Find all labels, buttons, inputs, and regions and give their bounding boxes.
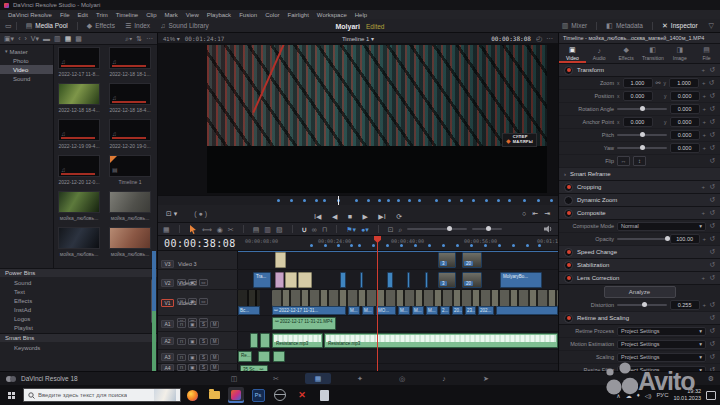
trim-edit-icon[interactable]: ⟺ <box>202 226 212 233</box>
analyze-button[interactable]: Analyze <box>604 286 676 298</box>
cropping-toggle[interactable] <box>564 183 573 192</box>
custom-zoom-icon[interactable]: ⊡ <box>388 226 394 233</box>
timeline-playhead[interactable] <box>377 236 378 371</box>
audio-clip[interactable] <box>260 333 270 348</box>
menu-clip[interactable]: Clip <box>142 12 160 18</box>
timeline-clip[interactable] <box>387 272 393 288</box>
page-deliver[interactable]: ➤ <box>473 373 499 384</box>
inspector-button[interactable]: ✕Inspector <box>657 19 703 33</box>
reset-icon[interactable]: ↺ <box>709 183 715 191</box>
zoom-y-field[interactable]: 1.000 <box>669 78 699 88</box>
tab-file[interactable]: ▤File <box>693 44 720 63</box>
bin-video[interactable]: Video <box>0 65 53 74</box>
audio-segment[interactable]: М... <box>412 306 424 315</box>
tab-audio[interactable]: ♪Audio <box>586 44 613 63</box>
keyframe-icon[interactable]: + <box>703 93 707 99</box>
viewer-options-icon[interactable]: ⋯ <box>546 35 553 42</box>
audio-segment[interactable]: Вс... <box>238 306 260 315</box>
media-clip[interactable]: мойка_любовь... <box>107 191 153 221</box>
composite-toggle[interactable] <box>564 209 573 218</box>
marker-icon[interactable]: ●▾ <box>361 226 369 233</box>
media-clip[interactable]: ♫2022-12-18 18-1... <box>107 47 153 77</box>
retime-toggle[interactable] <box>564 314 573 323</box>
lock-icon[interactable]: ⊓ <box>177 354 186 361</box>
go-to-end-button[interactable]: ▶Ⅰ <box>378 213 385 220</box>
reset-icon[interactable]: ↺ <box>709 261 715 269</box>
timeline-clip[interactable]: 3 <box>438 252 456 268</box>
position-y-field[interactable]: 0.000 <box>670 91 700 101</box>
media-clip[interactable]: ♫2022-12-19 09-4... <box>56 119 102 149</box>
audio-clip[interactable]: ⚯ 2022-12-17 11-31-21.MP4 <box>272 317 336 330</box>
media-clip[interactable]: мойка_любовь... <box>56 191 102 221</box>
audio-segment[interactable]: МО... <box>376 306 396 315</box>
out-point-icon[interactable]: ⇥ <box>544 210 550 218</box>
solo-button[interactable]: S <box>199 321 208 328</box>
snapping-magnet-icon[interactable]: ∪ <box>302 226 307 233</box>
keyframe-icon[interactable]: + <box>702 275 706 281</box>
reset-icon[interactable]: ↺ <box>709 327 715 335</box>
reset-icon[interactable]: ↺ <box>709 66 715 74</box>
timeline-clip[interactable]: 20 <box>462 252 482 268</box>
timeline-ruler[interactable]: 00:00:08:00 00:00:24:00 00:00:40:00 00:0… <box>238 236 558 251</box>
audio-segment[interactable]: 20... <box>452 306 463 315</box>
reset-icon[interactable]: ↺ <box>709 79 715 87</box>
keyframe-icon[interactable]: + <box>703 236 707 242</box>
lens-correction-toggle[interactable] <box>564 274 573 283</box>
keyframe-icon[interactable]: + <box>703 132 707 138</box>
composite-mode-select[interactable]: Normal▾ <box>617 222 706 231</box>
overwrite-clip-icon[interactable]: ▥ <box>264 226 271 233</box>
keyframe-icon[interactable]: + <box>702 67 706 73</box>
auto-select-icon[interactable]: ▣ <box>188 364 197 371</box>
position-lock-icon[interactable]: ⊓ <box>322 226 327 233</box>
full-extent-zoom-icon[interactable]: ⌕ <box>399 226 403 233</box>
bin-photo[interactable]: Photo <box>0 56 53 65</box>
audio-segment[interactable]: М... <box>348 306 360 315</box>
retime-process-select[interactable]: Project Settings▾ <box>617 327 706 336</box>
menu-edit[interactable]: Edit <box>74 12 92 18</box>
timeline-clip[interactable] <box>275 252 286 268</box>
track-header-v3[interactable]: V3Video 3 ⊓▣▭ <box>158 251 238 270</box>
taskbar-davinci-icon[interactable] <box>228 387 244 403</box>
media-pool-button[interactable]: ▤Media Pool <box>21 19 73 33</box>
lock-icon[interactable]: ⊓ <box>177 321 186 328</box>
opacity-slider[interactable] <box>617 238 667 240</box>
menu-view[interactable]: View <box>182 12 203 18</box>
media-clip[interactable]: ♫2022-12-20 19-0... <box>107 119 153 149</box>
audio-clip[interactable] <box>250 333 258 348</box>
timeline-clip[interactable] <box>407 272 410 288</box>
selection-tool-icon[interactable] <box>189 225 197 234</box>
distortion-slider[interactable] <box>617 304 667 306</box>
section-retime-scaling[interactable]: Retime and Scaling↺ <box>559 312 720 325</box>
loop-button[interactable]: ⟳ <box>396 213 402 220</box>
reset-icon[interactable]: ↺ <box>709 92 715 100</box>
distortion-field[interactable]: 0.255 <box>670 300 700 310</box>
list-view-icon[interactable]: ▥ <box>54 35 61 42</box>
power-bin-playlist[interactable]: Playlist <box>0 323 150 332</box>
position-x-field[interactable]: 0.000 <box>623 91 653 101</box>
thumbnail-view-icon[interactable]: ▦ <box>65 35 72 42</box>
reset-icon[interactable]: ↺ <box>709 196 715 204</box>
back-icon[interactable]: ‹ <box>18 35 20 42</box>
tab-effects[interactable]: ◆Effects <box>613 44 640 63</box>
reset-icon[interactable]: ↺ <box>709 301 715 309</box>
flip-horizontal-button[interactable]: ↔ <box>617 156 630 166</box>
zoom-slider[interactable] <box>407 228 467 230</box>
power-bin-effects[interactable]: Effects <box>0 296 150 305</box>
audio-clip[interactable]: Resistance.mp3 <box>272 333 323 348</box>
reset-icon[interactable]: ↺ <box>709 209 715 217</box>
reset-icon[interactable]: ↺ <box>709 314 715 322</box>
menu-davinci-resolve[interactable]: DaVinci Resolve <box>4 12 56 18</box>
pitch-field[interactable]: 0.000 <box>670 130 700 140</box>
power-bin-text[interactable]: Text <box>0 287 150 296</box>
replace-clip-icon[interactable]: ▧ <box>276 226 283 233</box>
track-header-v2[interactable]: V2Video 2 ⊓▣▭ <box>158 270 238 290</box>
menu-color[interactable]: Color <box>261 12 283 18</box>
bin-list-toggle-icon[interactable]: ▣▾ <box>4 35 14 42</box>
menu-file[interactable]: File <box>56 12 74 18</box>
track-header-a2[interactable]: A2⊓▣SM <box>158 332 238 350</box>
reset-icon[interactable]: ↺ <box>709 118 715 126</box>
track-header-v1[interactable]: V1Video 1 ⊓▣▭ <box>158 290 238 316</box>
menu-mark[interactable]: Mark <box>161 12 182 18</box>
menu-timeline[interactable]: Timeline <box>112 12 142 18</box>
section-composite[interactable]: Composite+↺ <box>559 207 720 220</box>
